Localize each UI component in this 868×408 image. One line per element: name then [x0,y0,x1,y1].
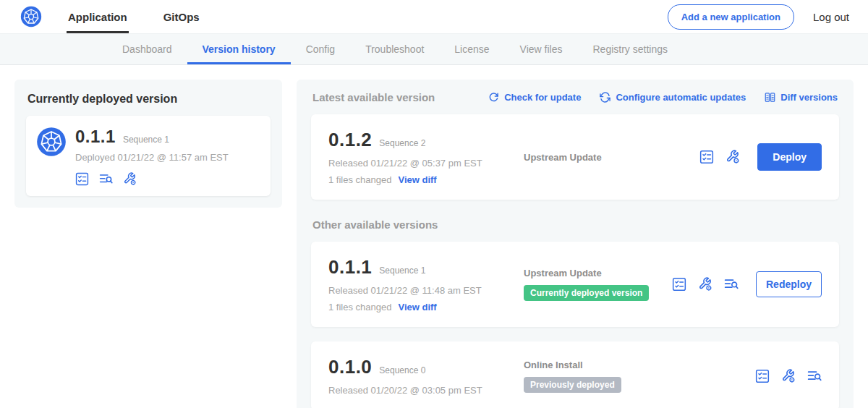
files-changed-count: 1 files changed [328,174,391,185]
released-timestamp: Released 01/20/22 @ 03:05 pm EST [328,385,515,396]
sequence-label: Sequence 1 [379,265,425,276]
currently-deployed-badge: Currently deployed version [524,285,649,301]
version-number: 0.1.2 [328,129,372,151]
view-diff-link[interactable]: View diff [398,174,436,185]
deployed-panel-title: Currently deployed version [27,93,271,106]
edit-config-icon[interactable] [781,369,796,383]
source-label: Upstream Update [524,152,691,163]
version-number: 0.1.1 [328,256,372,279]
topbar-left: Application GitOps [20,0,234,33]
top-bar: Application GitOps Add a new application… [0,0,868,33]
version-card-source: Upstream Update Currently deployed versi… [524,268,663,301]
subnav-item-view-files[interactable]: View files [505,34,578,64]
tab-gitops[interactable]: GitOps [162,0,201,33]
version-card-0-1-2: 0.1.2 Sequence 2 Released 01/21/22 @ 05:… [311,114,839,200]
files-changed-line: 1 files changed View diff [328,302,515,313]
configure-automatic-updates-link[interactable]: Configure automatic updates [600,92,746,103]
deploy-logs-icon[interactable] [99,172,113,186]
tab-application[interactable]: Application [67,0,129,33]
view-diff-link[interactable]: View diff [398,302,436,313]
version-card-info: 0.1.0 Sequence 0 Released 01/20/22 @ 03:… [328,356,515,396]
previously-deployed-badge: Previously deployed [524,377,621,393]
version-card-0-1-1: 0.1.1 Sequence 1 Released 01/21/22 @ 11:… [311,242,839,327]
released-timestamp: Released 01/21/22 @ 11:48 am EST [328,285,515,296]
deployed-version-card: 0.1.1 Sequence 1 Deployed 01/21/22 @ 11:… [26,116,271,196]
tab-gitops-label: GitOps [163,11,200,23]
deployed-version-number: 0.1.1 [75,127,116,147]
release-notes-icon[interactable] [75,172,89,186]
add-application-button[interactable]: Add a new application [668,4,794,30]
version-card-info: 0.1.2 Sequence 2 Released 01/21/22 @ 05:… [328,129,515,185]
tab-application-label: Application [68,11,127,23]
files-changed-count: 1 files changed [328,302,391,313]
check-for-update-label: Check for update [504,92,581,103]
diff-versions-label: Diff versions [780,92,838,103]
source-label: Online Install [524,360,746,370]
sequence-label: Sequence 0 [379,365,425,375]
edit-config-icon[interactable] [698,277,712,292]
deploy-logs-icon[interactable] [724,277,739,292]
deploy-logs-icon[interactable] [807,369,822,383]
subnav-item-registry-settings[interactable]: Registry settings [577,34,682,64]
version-card-source: Online Install Previously deployed [524,360,746,393]
release-notes-icon[interactable] [755,369,770,383]
available-header: Latest available version Check for updat… [311,91,839,103]
logout-link[interactable]: Log out [813,11,849,23]
released-timestamp: Released 01/21/22 @ 05:37 pm EST [328,158,515,169]
diff-versions-link[interactable]: Diff versions [765,92,838,103]
subnav-item-version-history[interactable]: Version history [187,34,291,64]
other-available-versions-title: Other available versions [312,218,839,231]
main-content: Currently deployed version 0.1.1 Sequenc… [0,65,868,408]
edit-config-icon[interactable] [726,150,740,164]
app-subnav: Dashboard Version history Config Trouble… [0,33,868,65]
configure-automatic-updates-label: Configure automatic updates [616,92,746,103]
version-card-info: 0.1.1 Sequence 1 Released 01/21/22 @ 11:… [328,256,515,313]
sequence-label: Sequence 2 [379,138,425,148]
available-versions-panel: Latest available version Check for updat… [297,80,854,408]
check-for-update-link[interactable]: Check for update [488,92,581,103]
deployed-icon-row [75,172,259,186]
version-number: 0.1.0 [328,356,372,378]
app-logo-icon [36,127,67,186]
edit-config-icon[interactable] [123,172,137,186]
source-label: Upstream Update [524,268,663,279]
available-actions: Check for update Configure automatic upd… [488,92,838,103]
subnav-item-dashboard[interactable]: Dashboard [107,34,187,64]
currently-deployed-panel: Currently deployed version 0.1.1 Sequenc… [14,80,282,208]
deployed-sequence-label: Sequence 1 [123,135,169,145]
files-changed-line: 1 files changed View diff [328,174,515,185]
release-notes-icon[interactable] [672,277,686,292]
latest-available-title: Latest available version [312,91,435,103]
kubernetes-logo-icon [20,6,42,27]
release-notes-icon[interactable] [699,150,714,164]
diff-icon [765,92,775,103]
version-card-source: Upstream Update [524,152,691,163]
subnav-item-license[interactable]: License [439,34,504,64]
automatic-updates-icon [600,92,610,103]
version-card-actions [755,369,822,383]
refresh-icon [488,92,499,103]
version-card-0-1-0: 0.1.0 Sequence 0 Released 01/20/22 @ 03:… [311,341,839,408]
deployed-timestamp: Deployed 01/21/22 @ 11:57 am EST [75,152,259,163]
topbar-right: Add a new application Log out [668,4,849,30]
subnav-item-config[interactable]: Config [291,34,350,64]
subnav-item-troubleshoot[interactable]: Troubleshoot [350,34,439,64]
deploy-button[interactable]: Deploy [757,143,822,171]
deployed-version-info: 0.1.1 Sequence 1 Deployed 01/21/22 @ 11:… [75,127,259,186]
top-tabs: Application GitOps [67,0,234,33]
redeploy-button[interactable]: Redeploy [756,271,822,297]
version-card-actions: Deploy [699,143,822,171]
version-card-actions: Redeploy [672,271,822,297]
